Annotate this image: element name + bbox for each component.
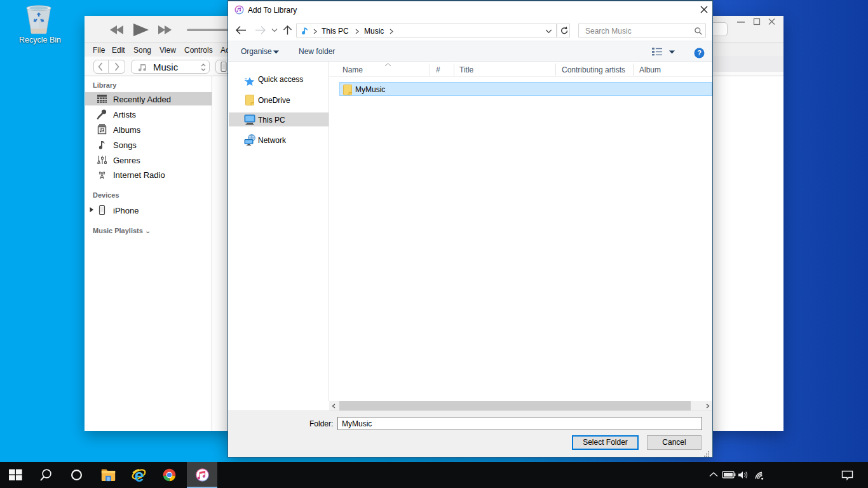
- svg-text:e: e: [134, 467, 144, 483]
- svg-text:?: ?: [697, 49, 702, 57]
